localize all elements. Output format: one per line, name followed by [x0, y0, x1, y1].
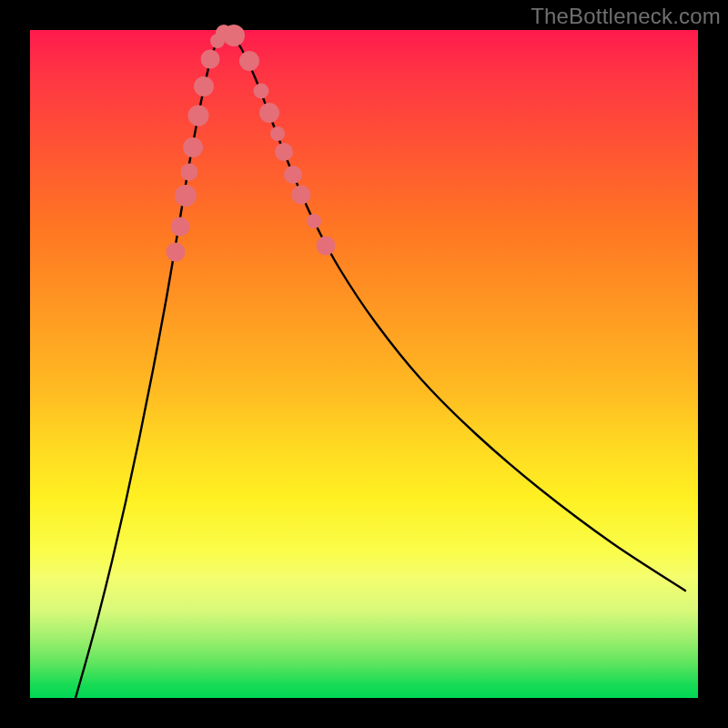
watermark-text: TheBottleneck.com: [531, 4, 721, 29]
data-point-dot: [181, 164, 198, 181]
data-point-dot: [275, 143, 293, 161]
bottleneck-curve-path: [76, 33, 685, 698]
data-point-dot: [259, 103, 279, 123]
chart-frame: [30, 30, 698, 698]
data-point-dot: [201, 50, 220, 69]
data-point-dot: [194, 76, 214, 96]
data-point-dot: [239, 51, 259, 71]
data-point-dot: [188, 106, 209, 126]
data-point-dot: [270, 126, 285, 141]
data-point-dot: [284, 166, 302, 184]
data-point-dot: [223, 25, 245, 46]
data-point-dot: [307, 214, 321, 228]
data-point-dot: [183, 137, 203, 157]
data-point-dot: [317, 237, 336, 256]
data-point-dot: [167, 243, 186, 262]
data-point-dot: [175, 185, 197, 207]
bottleneck-chart-svg: [30, 30, 698, 698]
data-point-dot: [254, 84, 269, 99]
data-point-dot: [171, 217, 190, 237]
data-point-layer: [167, 25, 336, 262]
data-point-dot: [292, 186, 311, 205]
